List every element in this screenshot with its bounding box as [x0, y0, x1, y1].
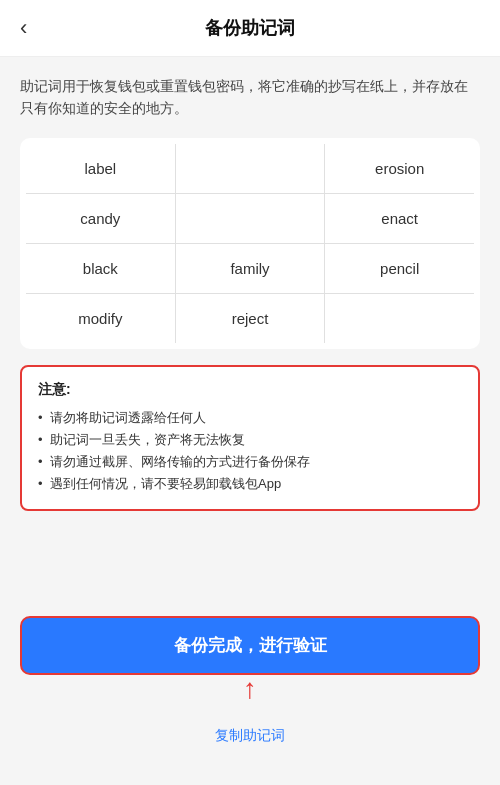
back-button[interactable]: ‹ [20, 17, 27, 39]
warning-item-4: 遇到任何情况，请不要轻易卸载钱包App [38, 473, 462, 495]
verify-btn-wrapper: 备份完成，进行验证 ↑ [20, 616, 480, 675]
warning-item-1: 请勿将助记词透露给任何人 [38, 407, 462, 429]
warning-item-3: 请勿通过截屏、网络传输的方式进行备份保存 [38, 451, 462, 473]
arrow-icon: ↑ [243, 673, 257, 705]
mnemonic-word-7: black [26, 244, 175, 293]
mnemonic-word-4: candy [26, 194, 175, 243]
verify-button[interactable]: 备份完成，进行验证 [20, 616, 480, 675]
mnemonic-word-2 [176, 144, 325, 193]
mnemonic-word-8: family [176, 244, 325, 293]
mnemonic-word-1: label [26, 144, 175, 193]
copy-mnemonic-link[interactable]: 复制助记词 [215, 727, 285, 745]
warning-box: 注意: 请勿将助记词透露给任何人助记词一旦丢失，资产将无法恢复请勿通过截屏、网络… [20, 365, 480, 511]
mnemonic-word-11: reject [176, 294, 325, 343]
mnemonic-word-5 [176, 194, 325, 243]
mnemonic-word-10: modify [26, 294, 175, 343]
main-content: 助记词用于恢复钱包或重置钱包密码，将它准确的抄写在纸上，并存放在只有你知道的安全… [0, 57, 500, 553]
mnemonic-word-12 [325, 294, 474, 343]
bottom-section: 备份完成，进行验证 ↑ 复制助记词 [0, 616, 500, 745]
warning-title: 注意: [38, 381, 462, 399]
mnemonic-container: labelerosioncandyenactblackfamilypencilm… [20, 138, 480, 349]
mnemonic-word-6: enact [325, 194, 474, 243]
warning-item-2: 助记词一旦丢失，资产将无法恢复 [38, 429, 462, 451]
page-title: 备份助记词 [205, 16, 295, 40]
warning-list: 请勿将助记词透露给任何人助记词一旦丢失，资产将无法恢复请勿通过截屏、网络传输的方… [38, 407, 462, 495]
description-text: 助记词用于恢复钱包或重置钱包密码，将它准确的抄写在纸上，并存放在只有你知道的安全… [20, 75, 480, 120]
mnemonic-word-3: erosion [325, 144, 474, 193]
mnemonic-grid: labelerosioncandyenactblackfamilypencilm… [26, 144, 474, 343]
mnemonic-word-9: pencil [325, 244, 474, 293]
page-header: ‹ 备份助记词 [0, 0, 500, 57]
